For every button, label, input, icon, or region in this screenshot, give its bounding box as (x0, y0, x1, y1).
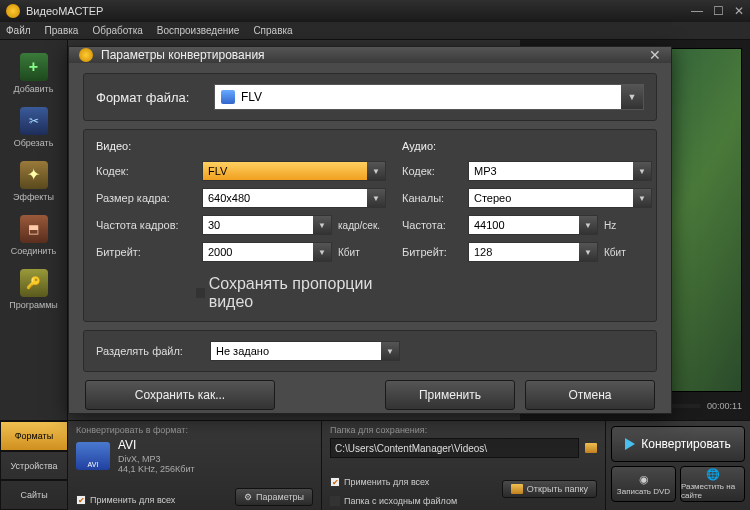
menu-help[interactable]: Справка (253, 25, 292, 36)
channels-value: Стерео (474, 192, 511, 204)
programs-icon (20, 269, 48, 297)
fps-unit: кадр/сек. (338, 220, 386, 231)
save-as-button[interactable]: Сохранить как... (85, 380, 275, 410)
folder-icon (511, 484, 523, 494)
dialog-icon (79, 48, 93, 62)
effects-icon (20, 161, 48, 189)
format-detail: DivX, MP3 44,1 KHz, 256Кбит (118, 454, 195, 474)
chevron-down-icon[interactable]: ▼ (381, 342, 399, 360)
dvd-label: Записать DVD (617, 487, 670, 496)
format-name: AVI (118, 438, 195, 452)
apply-button[interactable]: Применить (385, 380, 515, 410)
convert-label: Конвертировать (641, 437, 731, 451)
keep-ratio-label: Сохранять пропорции видео (209, 275, 386, 311)
app-title: ВидеоМАСТЕР (26, 5, 103, 17)
sidebar-join[interactable]: Соединить (0, 208, 67, 262)
close-button[interactable]: ✕ (734, 4, 744, 18)
menu-process[interactable]: Обработка (92, 25, 142, 36)
sidebar-crop[interactable]: Обрезать (0, 100, 67, 154)
app-logo-icon (6, 4, 20, 18)
chevron-down-icon[interactable]: ▼ (367, 162, 385, 180)
params-label: Параметры (256, 492, 304, 502)
freq-combo[interactable]: 44100▼ (468, 215, 598, 235)
audio-codec-label: Кодек: (402, 165, 462, 177)
video-codec-combo[interactable]: FLV▼ (202, 161, 386, 181)
fps-combo[interactable]: 30▼ (202, 215, 332, 235)
fps-value: 30 (208, 219, 220, 231)
video-bitrate-label: Битрейт: (96, 246, 196, 258)
freq-unit: Hz (604, 220, 652, 231)
menu-edit[interactable]: Правка (45, 25, 79, 36)
apply-all-save-checkbox[interactable]: ✔Применить для всех (330, 477, 457, 487)
menu-playback[interactable]: Воспроизведение (157, 25, 240, 36)
sidebar-effects[interactable]: Эффекты (0, 154, 67, 208)
sidebar-join-label: Соединить (11, 246, 56, 256)
keep-ratio-checkbox[interactable]: Сохранять пропорции видео (196, 275, 386, 311)
split-combo[interactable]: Не задано▼ (210, 341, 400, 361)
menu-file[interactable]: Файл (6, 25, 31, 36)
chevron-down-icon[interactable]: ▼ (633, 162, 651, 180)
open-folder-button[interactable]: Открыть папку (502, 480, 597, 498)
sidebar-add[interactable]: Добавить (0, 46, 67, 100)
fps-label: Частота кадров: (96, 219, 196, 231)
maximize-button[interactable]: ☐ (713, 4, 724, 18)
same-folder-checkbox[interactable]: Папка с исходным файлом (330, 496, 457, 506)
apply-all-save-label: Применить для всех (344, 477, 429, 487)
convert-params-dialog: Параметры конвертирования ✕ Формат файла… (68, 46, 672, 414)
video-codec-value: FLV (208, 165, 227, 177)
save-path-field[interactable]: C:\Users\ContentManager\Videos\ (330, 438, 579, 458)
menubar: Файл Правка Обработка Воспроизведение Сп… (0, 22, 750, 40)
same-folder-label: Папка с исходным файлом (344, 496, 457, 506)
audio-codec-value: MP3 (474, 165, 497, 177)
chevron-down-icon[interactable]: ▼ (313, 243, 331, 261)
save-section-header: Папка для сохранения: (330, 425, 597, 435)
params-button[interactable]: ⚙Параметры (235, 488, 313, 506)
audio-codec-combo[interactable]: MP3▼ (468, 161, 652, 181)
video-bitrate-combo[interactable]: 2000▼ (202, 242, 332, 262)
chevron-down-icon[interactable]: ▼ (621, 85, 643, 109)
file-format-combo[interactable]: FLV ▼ (214, 84, 644, 110)
dialog-close-button[interactable]: ✕ (649, 47, 661, 63)
gear-icon: ⚙ (244, 492, 252, 502)
crop-icon (20, 107, 48, 135)
chevron-down-icon[interactable]: ▼ (313, 216, 331, 234)
apply-all-format-checkbox[interactable]: ✔Применить для всех (76, 495, 175, 505)
sidebar: Добавить Обрезать Эффекты Соединить Прог… (0, 40, 68, 420)
format-section-header: Конвертировать в формат: (76, 425, 313, 435)
cancel-button[interactable]: Отмена (525, 380, 655, 410)
sidebar-effects-label: Эффекты (13, 192, 54, 202)
chevron-down-icon[interactable]: ▼ (579, 216, 597, 234)
apply-all-format-label: Применить для всех (90, 495, 175, 505)
flv-icon (221, 90, 235, 104)
burn-dvd-button[interactable]: ◉Записать DVD (611, 466, 676, 502)
channels-label: Каналы: (402, 192, 462, 204)
audio-header: Аудио: (402, 140, 652, 152)
video-bitrate-value: 2000 (208, 246, 232, 258)
upload-button[interactable]: 🌐Разместить на сайте (680, 466, 745, 502)
browse-folder-button[interactable] (585, 443, 597, 453)
split-value: Не задано (216, 345, 269, 357)
minimize-button[interactable]: — (691, 4, 703, 18)
tab-formats[interactable]: Форматы (0, 421, 68, 451)
time-label: 00:00:11 (707, 401, 742, 411)
open-folder-label: Открыть папку (527, 484, 588, 494)
chevron-down-icon[interactable]: ▼ (367, 189, 385, 207)
sidebar-programs[interactable]: Программы (0, 262, 67, 316)
chevron-down-icon[interactable]: ▼ (633, 189, 651, 207)
convert-button[interactable]: Конвертировать (611, 426, 745, 462)
format-icon: AVI (76, 442, 110, 470)
video-bitrate-unit: Кбит (338, 247, 386, 258)
tab-devices[interactable]: Устройства (0, 451, 68, 481)
chevron-down-icon[interactable]: ▼ (579, 243, 597, 261)
tab-sites[interactable]: Сайты (0, 480, 68, 510)
frame-size-combo[interactable]: 640x480▼ (202, 188, 386, 208)
frame-size-label: Размер кадра: (96, 192, 196, 204)
file-format-value: FLV (241, 90, 262, 104)
file-format-label: Формат файла: (96, 90, 204, 105)
add-icon (20, 53, 48, 81)
audio-bitrate-label: Битрейт: (402, 246, 462, 258)
join-icon (20, 215, 48, 243)
channels-combo[interactable]: Стерео▼ (468, 188, 652, 208)
globe-icon: 🌐 (706, 468, 720, 481)
audio-bitrate-combo[interactable]: 128▼ (468, 242, 598, 262)
